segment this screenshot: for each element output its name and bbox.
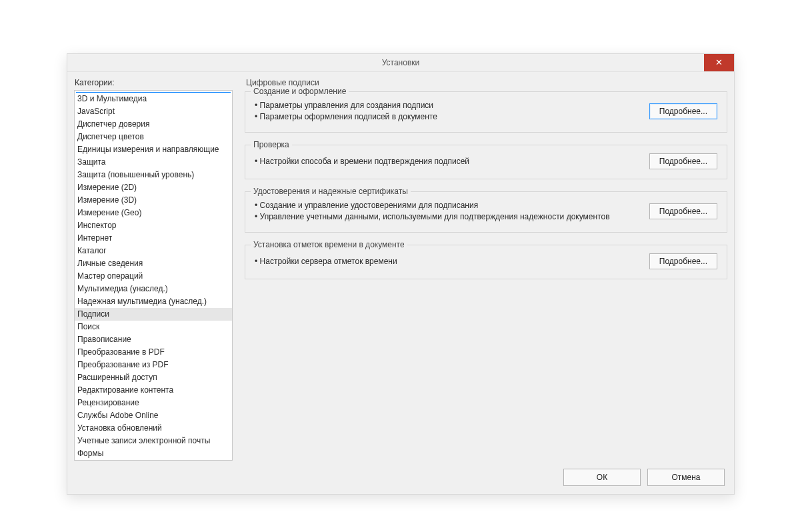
category-item[interactable]: Мультимедиа (унаслед.) <box>75 283 232 295</box>
category-item[interactable]: Личные сведения <box>75 257 232 270</box>
sidebar: Категории: 3D и МультимедиаJavaScriptДис… <box>74 78 233 461</box>
group-title: Проверка <box>251 140 292 149</box>
category-item[interactable]: Надежная мультимедиа (унаслед.) <box>75 295 232 308</box>
close-button[interactable]: ✕ <box>704 54 734 71</box>
group-body: Создание и управление удостоверениями дл… <box>255 200 717 223</box>
dialog-footer: ОК Отмена <box>563 469 725 486</box>
category-item[interactable]: Преобразование в PDF <box>75 346 232 359</box>
category-item[interactable]: Редактирование контента <box>75 384 232 397</box>
group-bullets: Создание и управление удостоверениями дл… <box>255 200 649 223</box>
content-pane: Цифровые подписи Создание и оформлениеПа… <box>233 78 727 461</box>
close-icon: ✕ <box>715 54 723 71</box>
window-body: Категории: 3D и МультимедиаJavaScriptДис… <box>74 78 727 461</box>
category-item[interactable]: Диспетчер цветов <box>75 131 232 143</box>
category-item[interactable]: Формы <box>75 447 232 460</box>
content-heading: Цифровые подписи <box>246 78 727 87</box>
more-button[interactable]: Подробнее... <box>649 253 717 269</box>
category-item[interactable]: Службы Adobe Online <box>75 409 232 422</box>
category-item[interactable]: Правописание <box>75 333 232 346</box>
bullet-item: Параметры оформления подписей в документ… <box>255 111 649 123</box>
category-item[interactable]: Защита <box>75 156 232 169</box>
group-bullets: Параметры управления для создания подпис… <box>255 100 649 123</box>
category-item[interactable]: Каталог <box>75 245 232 257</box>
category-item[interactable]: Защита (повышенный уровень) <box>75 169 232 181</box>
category-item[interactable]: Установка обновлений <box>75 422 232 435</box>
ok-button[interactable]: ОК <box>563 469 641 486</box>
settings-group: Создание и оформлениеПараметры управлени… <box>245 91 727 133</box>
sidebar-label: Категории: <box>74 78 233 87</box>
category-item[interactable]: Рецензирование <box>75 397 232 409</box>
group-bullets: Настройки способа и времени подтверждени… <box>255 156 649 167</box>
group-title: Удостоверения и надежные сертификаты <box>251 187 411 196</box>
group-body: Настройки сервера отметок времениПодробн… <box>255 253 717 269</box>
category-item[interactable]: Инспектор <box>75 219 232 232</box>
group-bullets: Настройки сервера отметок времени <box>255 256 649 267</box>
titlebar: Установки ✕ <box>67 54 734 72</box>
category-item[interactable]: Измерение (Geo) <box>75 207 232 219</box>
bullet-item: Настройки сервера отметок времени <box>255 256 649 267</box>
bullet-item: Создание и управление удостоверениями дл… <box>255 200 649 211</box>
category-item[interactable]: Учетные записи электронной почты <box>75 435 232 447</box>
more-button[interactable]: Подробнее... <box>649 103 717 119</box>
category-item[interactable]: Мастер операций <box>75 270 232 283</box>
groups-container: Создание и оформлениеПараметры управлени… <box>245 91 727 291</box>
group-title: Установка отметок времени в документе <box>251 240 407 249</box>
category-item[interactable]: Единицы измерения и направляющие <box>75 143 232 156</box>
category-item[interactable]: Расширенный доступ <box>75 371 232 384</box>
category-item[interactable]: Диспетчер доверия <box>75 118 232 131</box>
categories-listbox[interactable]: 3D и МультимедиаJavaScriptДиспетчер дове… <box>74 90 233 461</box>
category-item[interactable]: JavaScript <box>75 105 232 118</box>
cancel-button[interactable]: Отмена <box>647 469 725 486</box>
category-item[interactable]: Поиск <box>75 321 232 333</box>
category-item[interactable]: Подписи <box>75 308 232 321</box>
more-button[interactable]: Подробнее... <box>649 203 717 219</box>
category-item[interactable]: Измерение (2D) <box>75 181 232 194</box>
category-item[interactable]: Измерение (3D) <box>75 194 232 207</box>
category-item[interactable]: Интернет <box>75 232 232 245</box>
group-body: Настройки способа и времени подтверждени… <box>255 153 717 169</box>
category-item[interactable]: Преобразование из PDF <box>75 359 232 371</box>
settings-group: Удостоверения и надежные сертификатыСозд… <box>245 191 727 233</box>
window-title: Установки <box>382 58 419 67</box>
group-title: Создание и оформление <box>251 87 349 96</box>
settings-group: Установка отметок времени в документеНас… <box>245 245 727 279</box>
category-item[interactable]: 3D и Мультимедиа <box>75 93 232 105</box>
more-button[interactable]: Подробнее... <box>649 153 717 169</box>
bullet-item: Управление учетными данными, используемы… <box>255 211 649 223</box>
category-item[interactable]: Чтение <box>75 460 232 461</box>
bullet-item: Параметры управления для создания подпис… <box>255 100 649 111</box>
preferences-window: Установки ✕ Категории: 3D и МультимедиаJ… <box>67 53 735 495</box>
bullet-item: Настройки способа и времени подтверждени… <box>255 156 649 167</box>
settings-group: ПроверкаНастройки способа и времени подт… <box>245 145 727 179</box>
group-body: Параметры управления для создания подпис… <box>255 100 717 123</box>
